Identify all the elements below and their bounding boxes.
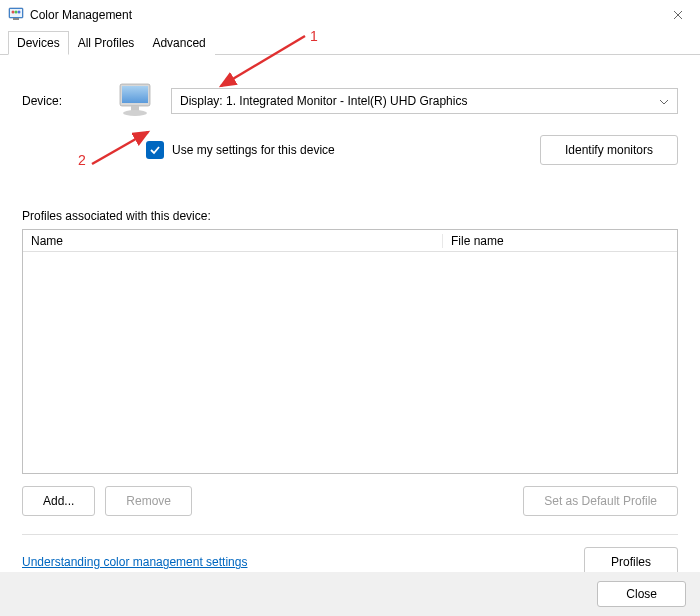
tab-all-profiles-label: All Profiles: [78, 36, 135, 50]
divider: [22, 534, 678, 535]
column-header-filename[interactable]: File name: [443, 234, 677, 248]
svg-point-5: [18, 10, 21, 13]
use-my-settings-checkbox[interactable]: [146, 141, 164, 159]
close-button[interactable]: Close: [597, 581, 686, 607]
tab-devices[interactable]: Devices: [8, 31, 69, 55]
titlebar: Color Management: [0, 0, 700, 30]
settings-row: Use my settings for this device Identify…: [22, 135, 678, 165]
profiles-button-label: Profiles: [611, 555, 651, 569]
close-button-label: Close: [626, 587, 657, 601]
add-button-label: Add...: [43, 494, 74, 508]
add-button[interactable]: Add...: [22, 486, 95, 516]
device-select-value: Display: 1. Integrated Monitor - Intel(R…: [180, 94, 467, 108]
app-icon: [8, 6, 24, 25]
window-title: Color Management: [30, 8, 132, 22]
tab-all-profiles[interactable]: All Profiles: [69, 31, 144, 55]
profiles-section-label: Profiles associated with this device:: [22, 209, 678, 223]
close-icon[interactable]: [664, 1, 692, 29]
set-default-profile-label: Set as Default Profile: [544, 494, 657, 508]
content: Device: Display: 1. Integrated Monitor -…: [0, 55, 700, 577]
svg-rect-2: [13, 18, 19, 20]
set-default-profile-button: Set as Default Profile: [523, 486, 678, 516]
profile-button-row: Add... Remove Set as Default Profile: [22, 486, 678, 516]
tab-advanced-label: Advanced: [152, 36, 205, 50]
titlebar-left: Color Management: [8, 6, 132, 25]
tab-devices-label: Devices: [17, 36, 60, 50]
footer: Close: [0, 572, 700, 616]
chevron-down-icon: [659, 96, 669, 107]
device-select[interactable]: Display: 1. Integrated Monitor - Intel(R…: [171, 88, 678, 114]
understanding-link[interactable]: Understanding color management settings: [22, 555, 247, 569]
svg-point-9: [123, 110, 147, 116]
table-header: Name File name: [23, 230, 677, 252]
column-header-name[interactable]: Name: [23, 234, 443, 248]
profiles-table[interactable]: Name File name: [22, 229, 678, 474]
svg-point-4: [15, 10, 18, 13]
device-label: Device:: [22, 94, 107, 108]
svg-point-3: [12, 10, 15, 13]
identify-monitors-label: Identify monitors: [565, 143, 653, 157]
monitor-icon: [117, 81, 157, 121]
svg-rect-7: [122, 86, 148, 103]
device-row: Device: Display: 1. Integrated Monitor -…: [22, 81, 678, 121]
identify-monitors-button[interactable]: Identify monitors: [540, 135, 678, 165]
tab-advanced[interactable]: Advanced: [143, 31, 214, 55]
tab-bar: Devices All Profiles Advanced: [0, 30, 700, 55]
remove-button-label: Remove: [126, 494, 171, 508]
use-my-settings-label: Use my settings for this device: [172, 143, 335, 157]
remove-button: Remove: [105, 486, 192, 516]
spacer: [202, 486, 513, 516]
